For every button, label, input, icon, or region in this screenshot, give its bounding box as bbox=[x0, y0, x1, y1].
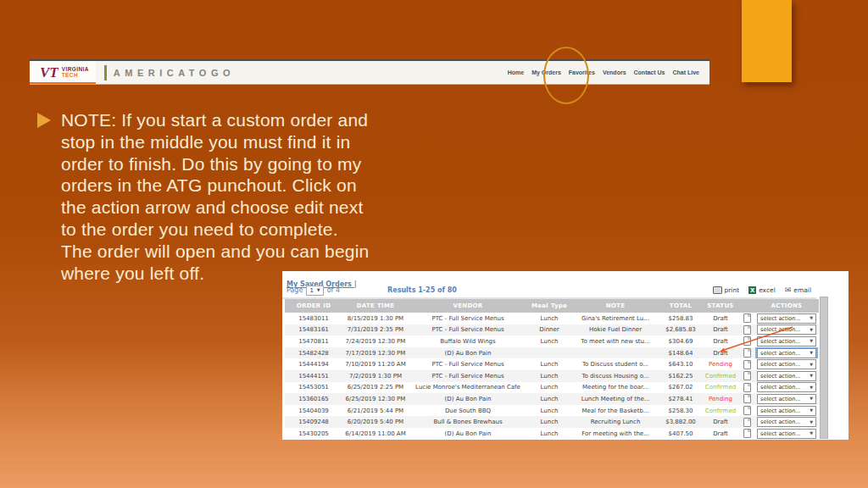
meal-type-cell: Lunch bbox=[527, 416, 571, 428]
column-header: STATUS bbox=[702, 299, 739, 313]
doc-icon-cell bbox=[739, 358, 754, 370]
document-icon[interactable] bbox=[743, 336, 751, 346]
email-button[interactable]: ✉ email bbox=[785, 286, 811, 294]
select-action-dropdown[interactable]: select action...▼ bbox=[757, 359, 816, 369]
vt-logo-text: VIRGINIA TECH bbox=[62, 66, 89, 78]
status-cell: Confirmed bbox=[702, 370, 739, 382]
meal-type-cell: Lunch bbox=[527, 393, 571, 405]
atg-header-screenshot: VT VIRGINIA TECH AMERICATOGO HomeMy Orde… bbox=[30, 59, 709, 85]
doc-icon-cell bbox=[739, 336, 754, 347]
note-cell: Meeting for the boar... bbox=[571, 382, 659, 394]
select-action-dropdown[interactable]: select action...▼ bbox=[757, 313, 816, 324]
date-cell: 6/21/2019 5:44 PM bbox=[342, 405, 409, 417]
actions-cell: select action...▼ bbox=[754, 336, 819, 347]
column-header: VENDOR bbox=[409, 299, 527, 313]
total-cell: $258.83 bbox=[659, 313, 702, 324]
excel-button[interactable]: excel bbox=[748, 286, 776, 294]
document-icon[interactable] bbox=[743, 371, 751, 380]
doc-icon-cell bbox=[739, 405, 754, 417]
print-button[interactable]: print bbox=[713, 286, 740, 294]
document-icon[interactable] bbox=[743, 325, 751, 335]
vertical-scrollbar[interactable] bbox=[820, 297, 828, 439]
select-action-dropdown[interactable]: select action...▼ bbox=[757, 336, 816, 347]
nav-contact-us[interactable]: Contact Us bbox=[634, 69, 665, 75]
meal-type-cell bbox=[527, 347, 571, 359]
note-cell: To meet with new stu... bbox=[571, 336, 659, 347]
select-action-dropdown[interactable]: select action...▼ bbox=[757, 406, 816, 416]
document-icon[interactable] bbox=[743, 429, 751, 438]
order-id-cell: 15360165 bbox=[285, 393, 342, 405]
note-cell: Lunch Meeting of the... bbox=[571, 393, 659, 405]
order-id-cell: 15483161 bbox=[285, 324, 342, 336]
note-text: NOTE: If you start a custom order andsto… bbox=[61, 109, 369, 284]
select-action-label: select action... bbox=[760, 350, 801, 357]
select-action-dropdown[interactable]: select action...▼ bbox=[757, 348, 816, 358]
select-action-dropdown[interactable]: select action...▼ bbox=[757, 382, 816, 392]
vendor-cell: PTC - Full Service Menus bbox=[409, 370, 527, 382]
order-row: 154530516/25/2019 2:25 PMLucie Monroe's … bbox=[285, 382, 819, 394]
document-icon[interactable] bbox=[743, 406, 751, 415]
vt-logo-icon: VT bbox=[40, 65, 58, 80]
select-action-dropdown[interactable]: select action...▼ bbox=[757, 394, 816, 404]
page-select[interactable]: 1 ▼ bbox=[306, 286, 323, 296]
chevron-down-icon: ▼ bbox=[810, 374, 813, 378]
date-cell: 7/10/2019 11:20 AM bbox=[342, 358, 409, 370]
order-row: 153601656/25/2019 12:30 PM(D) Au Bon Pai… bbox=[285, 393, 819, 405]
nav-home[interactable]: Home bbox=[508, 69, 524, 75]
order-id-cell: 15470811 bbox=[285, 336, 342, 347]
total-cell: $162.25 bbox=[659, 370, 702, 382]
status-cell: Pending bbox=[702, 393, 739, 405]
page-label: Page bbox=[287, 286, 303, 294]
select-action-dropdown[interactable]: select action...▼ bbox=[757, 417, 816, 427]
vendor-cell: (D) Au Bon Pain bbox=[409, 347, 527, 359]
order-id-cell: 15483011 bbox=[285, 313, 342, 324]
select-action-dropdown[interactable]: select action...▼ bbox=[757, 429, 816, 439]
total-cell: $304.69 bbox=[659, 336, 702, 347]
meal-type-cell: Dinner bbox=[527, 324, 571, 336]
select-action-dropdown[interactable]: select action...▼ bbox=[757, 324, 816, 335]
document-icon[interactable] bbox=[743, 313, 751, 323]
note-cell: Meal for the Basketb... bbox=[571, 405, 659, 417]
results-count: Results 1-25 of 80 bbox=[387, 286, 457, 294]
actions-cell: select action...▼ bbox=[754, 405, 819, 417]
orders-table: ORDER IDDATE TIMEVENDORMeal TypeNOTETOTA… bbox=[285, 299, 819, 440]
orders-header-row: ORDER IDDATE TIMEVENDORMeal TypeNOTETOTA… bbox=[285, 299, 819, 313]
doc-icon-cell bbox=[739, 370, 754, 382]
meal-type-cell: Lunch bbox=[527, 313, 571, 324]
doc-icon-cell bbox=[739, 428, 754, 440]
actions-cell: select action...▼ bbox=[754, 393, 819, 405]
orders-table-body: 154830118/15/2019 1:30 PMPTC - Full Serv… bbox=[285, 313, 819, 440]
total-cell: $3,882.00 bbox=[659, 416, 702, 428]
select-action-label: select action... bbox=[760, 408, 801, 414]
document-icon[interactable] bbox=[743, 418, 751, 427]
order-row: 154040396/21/2019 5:44 PMDue South BBQLu… bbox=[285, 405, 819, 417]
chevron-down-icon: ▼ bbox=[810, 396, 813, 401]
chevron-down-icon: ▼ bbox=[810, 385, 813, 390]
vendor-cell: PTC - Full Service Menus bbox=[409, 358, 527, 370]
date-cell: 7/24/2019 12:30 PM bbox=[342, 336, 409, 347]
meal-type-cell: Lunch bbox=[527, 428, 571, 440]
select-action-dropdown[interactable]: select action...▼ bbox=[757, 371, 816, 381]
nav-chat-live[interactable]: Chat Live bbox=[672, 69, 699, 75]
decorative-amber-rectangle bbox=[742, 0, 792, 82]
order-row: 154830118/15/2019 1:30 PMPTC - Full Serv… bbox=[285, 313, 819, 324]
doc-icon-cell bbox=[739, 347, 754, 359]
total-cell: $2,685.83 bbox=[659, 324, 702, 336]
nav-vendors[interactable]: Vendors bbox=[603, 69, 626, 75]
document-icon[interactable] bbox=[743, 383, 751, 392]
order-row: 154092486/20/2019 5:40 PMBull & Bones Br… bbox=[285, 416, 819, 428]
email-icon: ✉ bbox=[785, 286, 792, 294]
order-id-cell: 15482428 bbox=[285, 347, 342, 359]
status-cell: Draft bbox=[702, 347, 739, 359]
column-header: ORDER ID bbox=[285, 299, 342, 313]
chevron-down-icon: ▼ bbox=[810, 420, 813, 424]
order-row: 154831617/31/2019 2:35 PMPTC - Full Serv… bbox=[285, 324, 819, 336]
page-of-label: of 4 bbox=[327, 286, 340, 294]
meal-type-cell: Lunch bbox=[527, 358, 571, 370]
document-icon[interactable] bbox=[743, 360, 751, 369]
column-header: NOTE bbox=[571, 299, 659, 313]
note-line: stop in the middle you must find it in bbox=[61, 131, 369, 153]
note-line: orders in the ATG punchout. Click on bbox=[61, 175, 369, 197]
document-icon[interactable] bbox=[743, 394, 751, 403]
document-icon[interactable] bbox=[743, 348, 751, 358]
